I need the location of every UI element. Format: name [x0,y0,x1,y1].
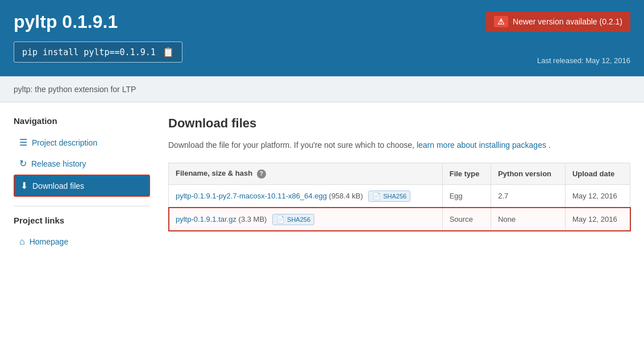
doc-icon: 📄 [372,192,381,200]
files-table: Filename, size & hash ? File type Python… [168,163,630,231]
col-header-upload-date: Upload date [565,163,630,185]
sha-label-tar: SHA256 [287,216,310,223]
history-icon: ↻ [19,158,27,169]
sidebar-label-project-description: Project description [32,138,97,147]
description-text-part2: . [549,140,551,150]
table-cell-filetype-tar: Source [442,208,491,231]
newer-version-badge[interactable]: ⚠ Newer version available (0.2.1) [486,11,630,32]
pip-command-text: pip install pyltp==0.1.9.1 [22,47,156,57]
sidebar-item-download-files[interactable]: ⬇ Download files [14,175,150,197]
description-bar: pyltp: the python extension for LTP [0,76,644,102]
pip-install-box: pip install pyltp==0.1.9.1 📋 [14,42,182,63]
file-link-tar[interactable]: pyltp-0.1.9.1.tar.gz [176,215,236,223]
help-icon[interactable]: ? [257,169,266,179]
table-cell-filename-tar: pyltp-0.1.9.1.tar.gz (3.3 MB) 📄 SHA256 [169,208,443,231]
sidebar-label-download-files: Download files [32,181,84,191]
page-header: pyltp 0.1.9.1 pip install pyltp==0.1.9.1… [0,0,644,76]
last-released-text: Last released: May 12, 2016 [537,56,630,65]
main-layout: Navigation ☰ Project description ↻ Relea… [0,102,644,266]
table-cell-filename: pyltp-0.1.9.1-py2.7-macosx-10.11-x86_64.… [169,184,443,208]
download-icon: ⬇ [20,180,28,191]
package-description: pyltp: the python extension for LTP [14,85,136,94]
content-description: Download the file for your platform. If … [168,139,630,151]
content-area: Download files Download the file for you… [168,116,630,252]
table-cell-date-egg: May 12, 2016 [565,184,630,208]
table-cell-date-tar: May 12, 2016 [565,208,630,231]
file-link-egg[interactable]: pyltp-0.1.9.1-py2.7-macosx-10.11-x86_64.… [176,192,327,200]
sha-label-egg: SHA256 [383,193,406,200]
table-cell-python-egg: 2.7 [491,184,566,208]
table-cell-python-tar: None [491,208,566,231]
project-links-title: Project links [14,216,150,225]
col-header-python-version: Python version [491,163,566,185]
content-title: Download files [168,116,630,131]
table-row: pyltp-0.1.9.1.tar.gz (3.3 MB) 📄 SHA256 S… [169,208,630,231]
sha256-badge-egg[interactable]: 📄 SHA256 [368,191,410,202]
col-header-filetype: File type [442,163,491,185]
sidebar-divider [14,206,150,206]
copy-icon[interactable]: 📋 [163,47,174,57]
newer-version-label: Newer version available (0.2.1) [513,17,622,26]
description-text-part1: Download the file for your platform. If … [168,140,417,150]
table-row: pyltp-0.1.9.1-py2.7-macosx-10.11-x86_64.… [169,184,630,208]
sidebar-label-homepage: Homepage [30,237,69,246]
sidebar-item-release-history[interactable]: ↻ Release history [14,154,150,173]
sidebar-label-release-history: Release history [31,159,86,168]
navigation-title: Navigation [14,116,150,126]
list-icon: ☰ [19,137,27,148]
home-icon: ⌂ [19,237,25,247]
file-size-egg: (958.4 kB) [329,192,363,200]
doc-icon-tar: 📄 [276,216,285,223]
col-header-filename: Filename, size & hash ? [169,163,443,185]
sidebar: Navigation ☰ Project description ↻ Relea… [14,116,150,252]
sidebar-item-homepage[interactable]: ⌂ Homepage [14,232,150,251]
table-cell-filetype-egg: Egg [442,184,491,208]
table-header-row: Filename, size & hash ? File type Python… [169,163,630,185]
file-size-tar: (3.3 MB) [239,215,267,223]
installing-packages-link[interactable]: learn more about installing packages [417,140,546,150]
warning-icon: ⚠ [494,16,508,27]
sidebar-item-project-description[interactable]: ☰ Project description [14,132,150,152]
sha256-badge-tar[interactable]: 📄 SHA256 [272,214,314,225]
